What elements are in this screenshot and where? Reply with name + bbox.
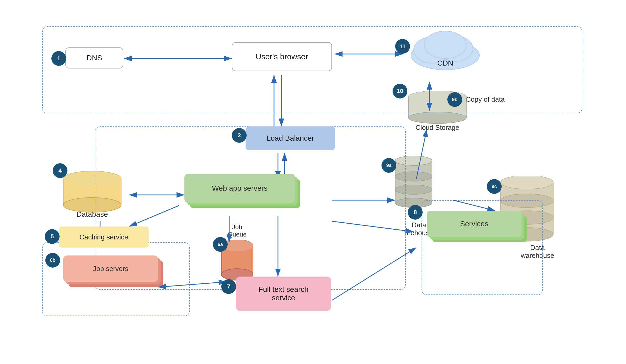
badge-lb: 2 — [232, 128, 247, 143]
node-lb: Load Balancer — [246, 126, 335, 150]
badge-datawarehouse: 9c — [487, 179, 502, 194]
webservers-label: Web app servers — [212, 184, 267, 193]
badge-services: 8 — [408, 205, 423, 220]
badge-copydata: 9b — [447, 92, 462, 107]
badge-jobservers: 6b — [45, 253, 60, 268]
node-dns: DNS — [65, 47, 123, 68]
svg-point-53 — [501, 176, 553, 189]
badge-cache: 5 — [45, 229, 60, 244]
node-fts: Full text search service — [236, 277, 331, 311]
jobservers-label: Job servers — [93, 265, 128, 273]
badge-fts: 7 — [221, 279, 236, 294]
badge-cloudstorage: 10 — [393, 84, 407, 99]
diagram-container: 1 DNS User's browser 11 CDN 2 Load Balan… — [0, 0, 626, 364]
badge-jobqueue: 6a — [213, 237, 228, 252]
badge-cdn: 11 — [395, 39, 410, 54]
badge-dns: 1 — [51, 51, 66, 66]
node-cache: Caching service — [59, 227, 149, 248]
cloudstorage-label: Cloud Storage — [415, 124, 459, 132]
badge-database: 4 — [53, 163, 67, 178]
svg-point-43 — [408, 112, 466, 124]
node-browser: User's browser — [232, 42, 332, 71]
services-label: Services — [460, 220, 488, 228]
badge-firehouse: 9a — [382, 158, 396, 173]
